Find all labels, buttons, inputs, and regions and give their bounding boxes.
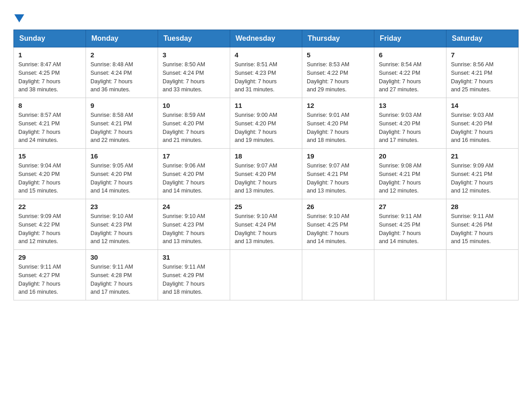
- day-info: Sunrise: 9:07 AMSunset: 4:20 PMDaylight:…: [235, 162, 297, 195]
- calendar-cell: 21Sunrise: 9:09 AMSunset: 4:21 PMDayligh…: [446, 149, 519, 199]
- day-number: 19: [307, 152, 369, 160]
- calendar-cell: 22Sunrise: 9:09 AMSunset: 4:22 PMDayligh…: [14, 199, 86, 250]
- col-monday: Monday: [86, 30, 158, 47]
- day-info: Sunrise: 9:11 AMSunset: 4:26 PMDaylight:…: [451, 212, 514, 246]
- day-info: Sunrise: 9:08 AMSunset: 4:21 PMDaylight:…: [379, 162, 442, 195]
- day-info: Sunrise: 9:09 AMSunset: 4:21 PMDaylight:…: [451, 162, 514, 195]
- day-info: Sunrise: 9:01 AMSunset: 4:20 PMDaylight:…: [307, 111, 369, 145]
- day-number: 25: [235, 203, 297, 210]
- day-number: 21: [451, 152, 514, 160]
- day-number: 30: [90, 253, 153, 261]
- calendar-cell: [302, 250, 374, 300]
- day-info: Sunrise: 8:51 AMSunset: 4:23 PMDaylight:…: [235, 60, 297, 94]
- day-info: Sunrise: 9:07 AMSunset: 4:21 PMDaylight:…: [307, 162, 369, 195]
- day-info: Sunrise: 9:00 AMSunset: 4:20 PMDaylight:…: [235, 111, 297, 145]
- day-info: Sunrise: 8:59 AMSunset: 4:20 PMDaylight:…: [163, 111, 225, 145]
- calendar-cell: 23Sunrise: 9:10 AMSunset: 4:23 PMDayligh…: [86, 199, 158, 250]
- day-info: Sunrise: 8:58 AMSunset: 4:21 PMDaylight:…: [90, 111, 153, 145]
- calendar-week-row-5: 29Sunrise: 9:11 AMSunset: 4:27 PMDayligh…: [14, 250, 519, 300]
- day-number: 20: [379, 152, 442, 160]
- day-info: Sunrise: 8:57 AMSunset: 4:21 PMDaylight:…: [18, 111, 81, 145]
- day-number: 26: [307, 203, 369, 210]
- calendar-cell: 4Sunrise: 8:51 AMSunset: 4:23 PMDaylight…: [230, 47, 302, 98]
- day-info: Sunrise: 9:04 AMSunset: 4:20 PMDaylight:…: [18, 162, 81, 195]
- day-number: 5: [307, 51, 369, 59]
- day-number: 18: [235, 152, 297, 160]
- col-tuesday: Tuesday: [158, 30, 230, 47]
- day-info: Sunrise: 9:06 AMSunset: 4:20 PMDaylight:…: [163, 162, 225, 195]
- day-info: Sunrise: 9:05 AMSunset: 4:20 PMDaylight:…: [90, 162, 153, 195]
- day-info: Sunrise: 8:56 AMSunset: 4:21 PMDaylight:…: [451, 60, 514, 94]
- day-number: 2: [90, 51, 153, 59]
- day-info: Sunrise: 9:10 AMSunset: 4:23 PMDaylight:…: [163, 212, 225, 246]
- calendar-cell: 29Sunrise: 9:11 AMSunset: 4:27 PMDayligh…: [14, 250, 86, 300]
- day-number: 4: [235, 51, 297, 59]
- calendar-week-row-1: 1Sunrise: 8:47 AMSunset: 4:25 PMDaylight…: [14, 47, 519, 98]
- day-number: 10: [163, 102, 225, 109]
- day-number: 27: [379, 203, 442, 210]
- day-info: Sunrise: 9:11 AMSunset: 4:28 PMDaylight:…: [90, 263, 153, 296]
- calendar-cell: 17Sunrise: 9:06 AMSunset: 4:20 PMDayligh…: [158, 149, 230, 199]
- col-friday: Friday: [374, 30, 446, 47]
- calendar-cell: 6Sunrise: 8:54 AMSunset: 4:22 PMDaylight…: [374, 47, 446, 98]
- calendar-cell: 13Sunrise: 9:03 AMSunset: 4:20 PMDayligh…: [374, 98, 446, 149]
- calendar-cell: 2Sunrise: 8:48 AMSunset: 4:24 PMDaylight…: [86, 47, 158, 98]
- logo: [13, 13, 24, 21]
- day-number: 6: [379, 51, 442, 59]
- calendar-cell: 8Sunrise: 8:57 AMSunset: 4:21 PMDaylight…: [14, 98, 86, 149]
- calendar-cell: 25Sunrise: 9:10 AMSunset: 4:24 PMDayligh…: [230, 199, 302, 250]
- calendar-cell: 30Sunrise: 9:11 AMSunset: 4:28 PMDayligh…: [86, 250, 158, 300]
- svg-marker-0: [14, 14, 24, 22]
- day-info: Sunrise: 9:11 AMSunset: 4:29 PMDaylight:…: [163, 263, 225, 296]
- calendar-cell: 28Sunrise: 9:11 AMSunset: 4:26 PMDayligh…: [446, 199, 519, 250]
- day-number: 12: [307, 102, 369, 109]
- day-number: 24: [163, 203, 225, 210]
- logo-triangle-icon: [14, 14, 24, 22]
- col-wednesday: Wednesday: [230, 30, 302, 47]
- calendar-cell: 19Sunrise: 9:07 AMSunset: 4:21 PMDayligh…: [302, 149, 374, 199]
- calendar-cell: 7Sunrise: 8:56 AMSunset: 4:21 PMDaylight…: [446, 47, 519, 98]
- day-number: 3: [163, 51, 225, 59]
- calendar-week-row-2: 8Sunrise: 8:57 AMSunset: 4:21 PMDaylight…: [14, 98, 519, 149]
- col-saturday: Saturday: [446, 30, 519, 47]
- day-number: 13: [379, 102, 442, 109]
- day-number: 14: [451, 102, 514, 109]
- day-info: Sunrise: 9:10 AMSunset: 4:25 PMDaylight:…: [307, 212, 369, 246]
- calendar-cell: 11Sunrise: 9:00 AMSunset: 4:20 PMDayligh…: [230, 98, 302, 149]
- day-number: 17: [163, 152, 225, 160]
- calendar-cell: 5Sunrise: 8:53 AMSunset: 4:22 PMDaylight…: [302, 47, 374, 98]
- day-number: 31: [163, 253, 225, 261]
- day-number: 23: [90, 203, 153, 210]
- day-number: 16: [90, 152, 153, 160]
- page-header: [13, 13, 519, 21]
- day-number: 22: [18, 203, 81, 210]
- calendar-cell: 24Sunrise: 9:10 AMSunset: 4:23 PMDayligh…: [158, 199, 230, 250]
- calendar-cell: 9Sunrise: 8:58 AMSunset: 4:21 PMDaylight…: [86, 98, 158, 149]
- day-info: Sunrise: 8:53 AMSunset: 4:22 PMDaylight:…: [307, 60, 369, 94]
- day-info: Sunrise: 9:11 AMSunset: 4:27 PMDaylight:…: [18, 263, 81, 296]
- calendar-cell: 15Sunrise: 9:04 AMSunset: 4:20 PMDayligh…: [14, 149, 86, 199]
- calendar-cell: 3Sunrise: 8:50 AMSunset: 4:24 PMDaylight…: [158, 47, 230, 98]
- calendar-cell: 31Sunrise: 9:11 AMSunset: 4:29 PMDayligh…: [158, 250, 230, 300]
- calendar-cell: [446, 250, 519, 300]
- calendar-cell: 27Sunrise: 9:11 AMSunset: 4:25 PMDayligh…: [374, 199, 446, 250]
- calendar-cell: 18Sunrise: 9:07 AMSunset: 4:20 PMDayligh…: [230, 149, 302, 199]
- col-thursday: Thursday: [302, 30, 374, 47]
- day-info: Sunrise: 9:10 AMSunset: 4:24 PMDaylight:…: [235, 212, 297, 246]
- day-number: 7: [451, 51, 514, 59]
- calendar-cell: [230, 250, 302, 300]
- day-info: Sunrise: 8:50 AMSunset: 4:24 PMDaylight:…: [163, 60, 225, 94]
- calendar-header-row: Sunday Monday Tuesday Wednesday Thursday…: [14, 30, 519, 47]
- day-number: 11: [235, 102, 297, 109]
- calendar-cell: 16Sunrise: 9:05 AMSunset: 4:20 PMDayligh…: [86, 149, 158, 199]
- day-number: 8: [18, 102, 81, 109]
- day-info: Sunrise: 9:03 AMSunset: 4:20 PMDaylight:…: [451, 111, 514, 145]
- day-info: Sunrise: 8:48 AMSunset: 4:24 PMDaylight:…: [90, 60, 153, 94]
- day-info: Sunrise: 9:11 AMSunset: 4:25 PMDaylight:…: [379, 212, 442, 246]
- calendar-cell: 14Sunrise: 9:03 AMSunset: 4:20 PMDayligh…: [446, 98, 519, 149]
- day-info: Sunrise: 9:09 AMSunset: 4:22 PMDaylight:…: [18, 212, 81, 246]
- calendar-table: Sunday Monday Tuesday Wednesday Thursday…: [13, 30, 519, 300]
- calendar-week-row-3: 15Sunrise: 9:04 AMSunset: 4:20 PMDayligh…: [14, 149, 519, 199]
- day-number: 15: [18, 152, 81, 160]
- col-sunday: Sunday: [14, 30, 86, 47]
